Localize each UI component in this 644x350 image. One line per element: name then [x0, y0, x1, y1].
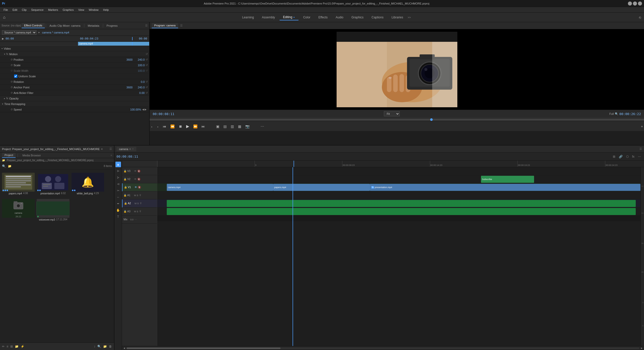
v3-mute-icon[interactable]: 🔇	[137, 170, 140, 172]
tab-progress[interactable]: Progress	[104, 23, 120, 28]
anchor-stopwatch[interactable]: ⏱	[11, 86, 13, 89]
anchor-reset[interactable]: ↺	[146, 86, 148, 89]
anchor-x-value[interactable]: 3600	[117, 86, 133, 89]
track-content-a2[interactable]	[157, 199, 640, 207]
track-select-tool[interactable]: ⊱	[115, 175, 121, 180]
tab-audio-clip-mixer[interactable]: Audio Clip Mixer: camera	[47, 23, 83, 28]
workspace-learning[interactable]: Learning	[238, 15, 257, 20]
lift-button[interactable]: ▣	[215, 123, 220, 129]
extract-button[interactable]: ▤	[222, 123, 228, 129]
new-bin-icon[interactable]: 📁	[103, 345, 107, 348]
grid-view-icon[interactable]: ⊞	[10, 345, 13, 348]
speed-nav-arrows[interactable]: ◀ ▶	[142, 108, 147, 111]
new-item-icon[interactable]: ✏	[2, 345, 5, 348]
timeline-tab-camera[interactable]: camera ✕	[116, 147, 136, 151]
menu-window[interactable]: Window	[87, 8, 101, 12]
a1-lock-icon[interactable]: 🔒	[124, 194, 127, 197]
rotation-stopwatch[interactable]: ⏱	[11, 81, 13, 83]
close-button[interactable]	[638, 2, 642, 6]
a2-mic-icon[interactable]: 🎙	[140, 202, 142, 205]
add-marker-button[interactable]: +	[640, 123, 644, 129]
menu-markers[interactable]: Markers	[46, 8, 60, 12]
presentation-clip[interactable]: fx presentation.mp4	[370, 184, 640, 191]
workspace-color[interactable]: Color	[300, 15, 314, 20]
snap-to-playhead-tool[interactable]: ⊳	[115, 168, 121, 174]
share-icon[interactable]: ⎋	[639, 15, 641, 19]
delete-icon[interactable]: 🗑	[109, 345, 112, 348]
speed-value[interactable]: 100.00%	[126, 108, 141, 111]
workspace-audio[interactable]: Audio	[332, 15, 347, 20]
position-y-value[interactable]: 240.0	[135, 58, 145, 61]
uniform-scale-checkbox[interactable]	[14, 75, 17, 78]
more-workspaces[interactable]: >>	[408, 16, 411, 19]
type-tool[interactable]: T	[115, 214, 121, 220]
program-scrubber-container[interactable]	[150, 118, 644, 121]
a3-mic-icon[interactable]: 🎙	[139, 210, 142, 213]
a2-m-btn[interactable]: M	[135, 202, 137, 205]
source-clip-select[interactable]: Source * camera.mp4	[2, 30, 36, 35]
tab-media-browser[interactable]: Media Browser	[20, 153, 43, 158]
mix-chevron-icon[interactable]: ⋯	[134, 218, 137, 221]
rotation-reset[interactable]: ↺	[146, 80, 148, 83]
global-fx-button[interactable]: fx	[631, 154, 635, 159]
program-timecode[interactable]: 00:00:08:11	[153, 112, 174, 116]
menu-clip[interactable]: Clip	[20, 8, 29, 12]
v1-lock-icon[interactable]: 🔒	[124, 186, 127, 189]
speed-stopwatch[interactable]: ⏱	[11, 108, 13, 111]
audio-clip-a2[interactable]	[167, 200, 635, 207]
papers-clip[interactable]: papers.mp4	[273, 184, 370, 191]
workspace-captions[interactable]: Captions	[368, 15, 387, 20]
workspace-effects[interactable]: Effects	[315, 15, 331, 20]
timeline-close-btn[interactable]: ✕	[132, 148, 134, 150]
video-section-header[interactable]: ▾ Video	[0, 46, 149, 51]
export-frame-button[interactable]: 📷	[244, 123, 251, 129]
project-item-voiceover[interactable]: voiceover.mp3 17:11:264	[37, 198, 69, 222]
ec-play-button[interactable]: ▶	[2, 37, 4, 40]
scrubber-head[interactable]	[430, 118, 433, 121]
maximize-button[interactable]	[633, 2, 637, 6]
menu-help[interactable]: Help	[101, 8, 111, 12]
program-panel-menu[interactable]: ☰	[180, 24, 183, 27]
hand-tool[interactable]: ✋	[115, 207, 121, 213]
scale-value[interactable]: 100.0	[130, 64, 145, 67]
a3-s-btn[interactable]: S	[137, 210, 138, 213]
time-remapping-section-header[interactable]: ▾ Time Remapping	[0, 101, 149, 107]
step-back-button[interactable]: ⏪	[169, 123, 176, 129]
pen-tool[interactable]: ✒	[115, 201, 121, 206]
play-button[interactable]: ▶	[185, 123, 190, 130]
anchor-y-value[interactable]: 240.0	[135, 86, 145, 89]
ec-timecode-start[interactable]: 00:00	[6, 37, 14, 40]
menu-graphics[interactable]: Graphics	[61, 8, 76, 12]
antiflicker-stopwatch[interactable]: ⏱	[11, 92, 13, 94]
a2-lock-icon[interactable]: 🔒	[124, 202, 127, 205]
track-content-a1[interactable]	[157, 191, 640, 199]
motion-reset-button[interactable]: ↺	[146, 53, 148, 55]
project-item-presentation[interactable]: presentation.mp4 6:02	[37, 172, 69, 196]
program-fit-select[interactable]: Fit 25% 50% 100%	[384, 111, 400, 116]
step-forward-button[interactable]: ⏩	[192, 123, 198, 129]
opacity-section-header[interactable]: ▸ fx Opacity	[0, 96, 149, 101]
scale-reset[interactable]: ↺	[146, 64, 148, 66]
selection-tool[interactable]: ▲	[115, 162, 121, 167]
list-view-icon[interactable]: ≡	[7, 345, 8, 348]
v1-eye-icon[interactable]: 👁	[135, 186, 137, 189]
panel-menu-icon[interactable]: ☰	[145, 24, 148, 27]
new-folder-icon[interactable]: 📁	[8, 164, 12, 168]
settings-button[interactable]: ⋯	[260, 123, 265, 129]
track-content-v1[interactable]: camera.mp4 papers.mp4 fx presentation.mp…	[157, 183, 640, 191]
anti-flicker-value[interactable]: 0.00	[130, 91, 145, 94]
automate-icon[interactable]: ⚡	[21, 345, 24, 348]
workspace-editing[interactable]: Editing ✦	[279, 14, 299, 20]
timeline-timecode[interactable]: 00:00:08:11	[116, 155, 139, 158]
track-content-v3[interactable]	[157, 167, 640, 175]
timeline-scrollbar-thumb[interactable]	[127, 347, 280, 349]
v2-eye-icon[interactable]: 👁	[134, 178, 137, 181]
speed-next-arrow[interactable]: ▶	[145, 108, 147, 111]
search-icon[interactable]: 🔍	[2, 164, 6, 168]
track-content-mix[interactable]	[157, 216, 640, 221]
markers-button[interactable]: ⬡	[625, 154, 630, 159]
razor-tool[interactable]: ✂	[115, 188, 121, 193]
subscribe-clip[interactable]: Subscribe	[481, 176, 534, 183]
timeline-ruler[interactable]: 3 00:00:09:23 00:00:14:23 00:00:19:23	[157, 161, 644, 167]
link-button[interactable]: 🔗	[618, 154, 624, 159]
